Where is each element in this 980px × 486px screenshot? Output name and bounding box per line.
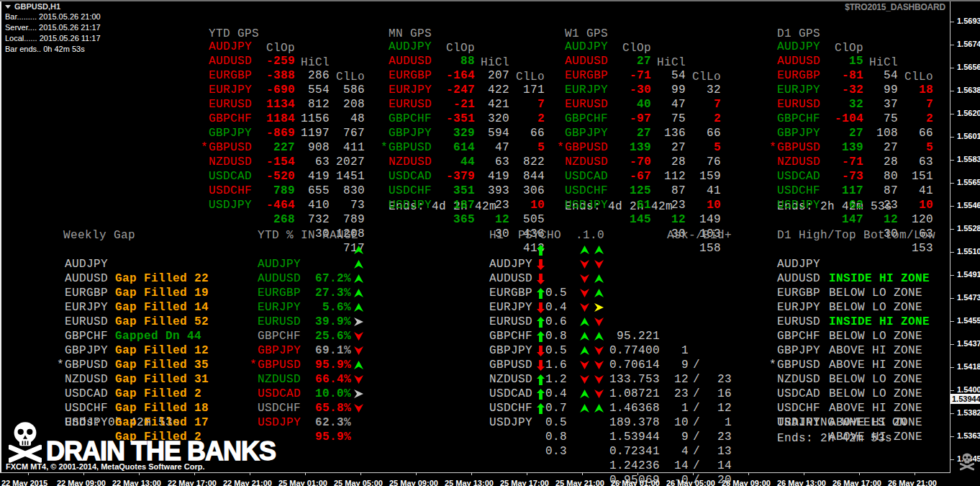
bid-count: 23: [707, 430, 732, 444]
section-title: H1 PSYCHO .1.0: [489, 228, 604, 243]
trend-arrow-icon: [354, 361, 363, 369]
trend-arrow-icon: [354, 274, 363, 283]
price-label: 1.54735: [957, 293, 980, 302]
price-label: 1.56015: [957, 132, 980, 140]
zone-row: GBPJPY ABOVE HI ZONE: [777, 329, 950, 343]
zone-row: EURJPY INSIDE HI ZONE: [777, 286, 950, 300]
zone-row: NZDUSD BELOW LO ZONE: [777, 358, 950, 372]
mt4-chart-window: { "window": { "title": "GBPUSD,H1", "das…: [0, 0, 980, 486]
psycho-row: AUDJPY 0.5 95.221 1 / 23: [489, 243, 734, 257]
psycho-row: EURJPY 0.8 133.753 23 / 1: [489, 286, 734, 300]
range-percent: 95.9%: [301, 430, 351, 444]
ytd-range-row: USDJPY 95.9%: [258, 401, 373, 415]
signal-arrow-icon: [594, 404, 604, 413]
signal-arrow-icon: [594, 246, 604, 254]
time-label: 26 May 09:00: [722, 479, 771, 486]
time-tick: 25 May 05:00: [334, 474, 383, 486]
direction-block-arrow-icon: [537, 360, 545, 371]
chevron-down-icon: [5, 5, 11, 9]
price-tick: 1.54185: [951, 361, 980, 373]
price-label: 1.56745: [957, 40, 980, 48]
psycho-row: AUDUSD 0.4 0.77400 9 / 16: [489, 257, 734, 271]
price-label: 1.53635: [957, 431, 980, 440]
signal-arrow-icon: [580, 318, 589, 326]
time-label: 22 May 13:00: [112, 479, 161, 486]
trend-arrow-icon: [354, 318, 363, 326]
skull-watermark-icon: [960, 453, 974, 472]
chart-title-bar[interactable]: GBPUSD,H1: [5, 2, 60, 11]
time-tick: 22 May 17:00: [168, 474, 217, 486]
price-label: 1.55465: [957, 201, 980, 210]
time-tick: 25 May 17:00: [500, 474, 549, 486]
ytd-range-row: GBPJPY 95.9%: [258, 329, 373, 343]
direction-block-arrow-icon: [537, 274, 545, 284]
price-label: 1.54000: [957, 385, 980, 394]
direction-block-arrow-icon: [537, 346, 545, 356]
signal-arrow-icon: [580, 332, 589, 341]
chart-symbol-timeframe: GBPUSD,H1: [14, 2, 60, 11]
time-label: 22 May 2015: [1, 479, 47, 486]
askbid-separator: /: [693, 415, 700, 430]
time-tick: 26 May 05:00: [666, 474, 715, 486]
psycho-section: H1 PSYCHO .1.0 Ask-/Bid+ AUDJPY 0.5 95.2…: [489, 0, 734, 486]
trend-arrow-icon: [354, 289, 363, 297]
clop-value: 187: [430, 198, 475, 212]
price-tick: 1.54370: [951, 338, 980, 350]
zones-section: D1 High/Top Bottom/Low TRAINING WHEELS O…: [777, 0, 950, 486]
signal-arrow-icon: [580, 303, 589, 312]
signal-arrow-icon: [580, 346, 589, 355]
price-tick: 1.55650: [951, 177, 980, 189]
time-tick: 25 May 21:00: [555, 474, 604, 486]
pair-label: USDJPY: [65, 415, 108, 430]
ytd-range-row: AUDUSD 27.3%: [258, 257, 373, 271]
ask-count: 4: [663, 444, 689, 459]
time-label: 22 May 09:00: [57, 479, 106, 486]
trend-arrow-icon: [354, 346, 363, 355]
signal-arrow-icon: [594, 361, 604, 369]
section-title: YTD % IN RANGE: [258, 228, 358, 243]
signal-arrow-icon: [580, 361, 589, 369]
zone-row: USDCAD ABOVE HI ZONE: [777, 372, 950, 387]
time-label: 25 May 21:00: [555, 479, 604, 486]
direction-block-arrow-icon: [537, 288, 545, 299]
direction-block-arrow-icon: [537, 302, 545, 313]
trend-arrow-icon: [354, 260, 363, 269]
zone-row: EURUSD BELOW LO ZONE: [777, 300, 950, 315]
price-tick: 1.54915: [951, 269, 980, 281]
zone-row: GBPCHF ABOVE HI ZONE: [777, 315, 950, 329]
price-tick: 1.55285: [951, 223, 980, 235]
direction-block-arrow-icon: [537, 245, 545, 256]
weekly-gap-row: EURGBP Gap Filled 14: [65, 271, 237, 286]
signal-arrow-icon: [594, 318, 604, 326]
signal-arrow-icon: [594, 289, 604, 297]
price-tick: 1.56015: [951, 131, 980, 143]
askbid-separator: /: [693, 459, 700, 473]
signal-arrow-icon: [594, 375, 604, 384]
trend-arrow-icon: [354, 390, 363, 398]
focus-star: *: [381, 140, 388, 155]
signal-arrow-icon: [580, 260, 589, 269]
skull-crossbones-icon: [9, 421, 42, 467]
time-label: 26 May 05:00: [666, 479, 715, 486]
price-tick: 1.55830: [951, 154, 980, 166]
psycho-row: GBPCHF 1.6 1.46368 10 / 13: [489, 315, 734, 329]
time-tick: 26 May 01:00: [611, 474, 660, 486]
ytd-range-section: YTD % IN RANGE AUDJPY 67.2% AUDUSD 27.3%…: [258, 0, 373, 486]
psycho-row: GBPUSD 0.4 1.53944 4 / 20: [489, 343, 734, 358]
zone-row: AUDUSD BELOW LO ZONE: [777, 257, 950, 271]
weekly-gap-row: GBPJPY Gap Filled 35: [65, 329, 237, 343]
time-tick: 26 May 17:00: [832, 474, 881, 486]
price-tick: 1.56565: [951, 62, 980, 73]
price-label: 1.56930: [957, 17, 980, 25]
ytd-range-row: EURJPY 39.9%: [258, 286, 373, 300]
weekly-gap-row: GBPCHF Gap Filled 12: [65, 315, 237, 329]
weekly-gap-row: AUDJPY Gap Filled 22: [65, 243, 237, 257]
section-title: Weekly Gap: [63, 228, 135, 243]
price-tick: 1.53820: [951, 408, 980, 419]
direction-block-arrow-icon: [537, 317, 545, 328]
trend-arrow-icon: [354, 303, 363, 312]
time-tick: 25 May 13:00: [445, 474, 494, 486]
time-axis[interactable]: 22 May 2015 22 May 09:00 22 May 13:00 22…: [1, 474, 980, 486]
pair-label: USDJPY: [777, 415, 820, 430]
weekly-gap-row: EURUSD Gapped Dn 44: [65, 300, 237, 315]
